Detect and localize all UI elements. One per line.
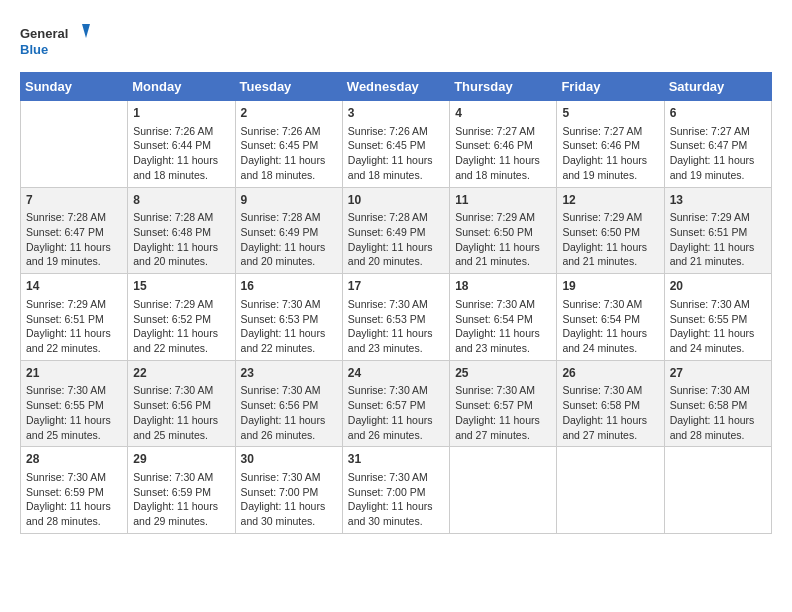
day-info: Sunrise: 7:27 AM [455,124,551,139]
column-header-monday: Monday [128,73,235,101]
day-number: 30 [241,451,337,468]
day-info: Sunrise: 7:30 AM [26,470,122,485]
calendar-cell: 30Sunrise: 7:30 AMSunset: 7:00 PMDayligh… [235,447,342,534]
day-info: Sunrise: 7:30 AM [241,470,337,485]
column-header-thursday: Thursday [450,73,557,101]
day-number: 18 [455,278,551,295]
day-info: Sunrise: 7:28 AM [348,210,444,225]
day-info: Sunrise: 7:28 AM [133,210,229,225]
calendar-header: SundayMondayTuesdayWednesdayThursdayFrid… [21,73,772,101]
day-number: 10 [348,192,444,209]
day-number: 2 [241,105,337,122]
day-info: Daylight: 11 hours and 22 minutes. [241,326,337,355]
day-info: Sunset: 6:58 PM [562,398,658,413]
day-number: 7 [26,192,122,209]
day-info: Daylight: 11 hours and 20 minutes. [241,240,337,269]
day-info: Sunrise: 7:30 AM [348,470,444,485]
day-number: 6 [670,105,766,122]
day-info: Sunrise: 7:29 AM [455,210,551,225]
day-number: 1 [133,105,229,122]
day-info: Daylight: 11 hours and 19 minutes. [26,240,122,269]
day-number: 4 [455,105,551,122]
day-info: Daylight: 11 hours and 22 minutes. [133,326,229,355]
day-info: Sunset: 6:49 PM [241,225,337,240]
day-info: Sunrise: 7:30 AM [455,383,551,398]
day-info: Sunrise: 7:29 AM [670,210,766,225]
day-info: Daylight: 11 hours and 21 minutes. [455,240,551,269]
day-info: Sunset: 6:49 PM [348,225,444,240]
svg-marker-2 [82,24,90,38]
day-number: 12 [562,192,658,209]
calendar-cell: 7Sunrise: 7:28 AMSunset: 6:47 PMDaylight… [21,187,128,274]
page-header: General Blue [20,20,772,62]
day-info: Sunrise: 7:30 AM [455,297,551,312]
day-info: Sunset: 6:47 PM [26,225,122,240]
calendar-body: 1Sunrise: 7:26 AMSunset: 6:44 PMDaylight… [21,101,772,534]
day-info: Sunrise: 7:30 AM [562,297,658,312]
day-number: 29 [133,451,229,468]
calendar-cell: 20Sunrise: 7:30 AMSunset: 6:55 PMDayligh… [664,274,771,361]
day-info: Sunset: 6:46 PM [455,138,551,153]
calendar-cell: 26Sunrise: 7:30 AMSunset: 6:58 PMDayligh… [557,360,664,447]
day-info: Sunrise: 7:28 AM [26,210,122,225]
day-info: Daylight: 11 hours and 28 minutes. [26,499,122,528]
day-info: Sunset: 6:59 PM [26,485,122,500]
day-info: Daylight: 11 hours and 18 minutes. [133,153,229,182]
week-row-5: 28Sunrise: 7:30 AMSunset: 6:59 PMDayligh… [21,447,772,534]
calendar-cell: 29Sunrise: 7:30 AMSunset: 6:59 PMDayligh… [128,447,235,534]
day-info: Daylight: 11 hours and 27 minutes. [455,413,551,442]
calendar-cell: 14Sunrise: 7:29 AMSunset: 6:51 PMDayligh… [21,274,128,361]
day-info: Daylight: 11 hours and 30 minutes. [241,499,337,528]
day-info: Sunrise: 7:26 AM [133,124,229,139]
day-number: 16 [241,278,337,295]
day-info: Sunset: 6:55 PM [670,312,766,327]
calendar-cell: 15Sunrise: 7:29 AMSunset: 6:52 PMDayligh… [128,274,235,361]
day-number: 9 [241,192,337,209]
calendar-cell: 2Sunrise: 7:26 AMSunset: 6:45 PMDaylight… [235,101,342,188]
calendar-cell: 17Sunrise: 7:30 AMSunset: 6:53 PMDayligh… [342,274,449,361]
calendar-cell: 10Sunrise: 7:28 AMSunset: 6:49 PMDayligh… [342,187,449,274]
day-info: Sunrise: 7:29 AM [562,210,658,225]
day-info: Daylight: 11 hours and 26 minutes. [348,413,444,442]
day-info: Sunset: 6:50 PM [562,225,658,240]
day-info: Sunset: 7:00 PM [241,485,337,500]
day-info: Sunset: 6:53 PM [241,312,337,327]
calendar-cell: 6Sunrise: 7:27 AMSunset: 6:47 PMDaylight… [664,101,771,188]
day-number: 15 [133,278,229,295]
week-row-1: 1Sunrise: 7:26 AMSunset: 6:44 PMDaylight… [21,101,772,188]
calendar-cell [450,447,557,534]
day-number: 11 [455,192,551,209]
header-row: SundayMondayTuesdayWednesdayThursdayFrid… [21,73,772,101]
day-info: Daylight: 11 hours and 23 minutes. [455,326,551,355]
calendar-cell: 27Sunrise: 7:30 AMSunset: 6:58 PMDayligh… [664,360,771,447]
svg-text:General: General [20,26,68,41]
day-info: Sunrise: 7:29 AM [26,297,122,312]
day-number: 19 [562,278,658,295]
day-info: Sunset: 6:53 PM [348,312,444,327]
column-header-wednesday: Wednesday [342,73,449,101]
week-row-2: 7Sunrise: 7:28 AMSunset: 6:47 PMDaylight… [21,187,772,274]
day-number: 17 [348,278,444,295]
day-info: Daylight: 11 hours and 18 minutes. [241,153,337,182]
day-number: 3 [348,105,444,122]
day-info: Daylight: 11 hours and 24 minutes. [670,326,766,355]
day-info: Sunset: 6:50 PM [455,225,551,240]
day-info: Daylight: 11 hours and 25 minutes. [26,413,122,442]
day-info: Sunset: 6:51 PM [26,312,122,327]
day-info: Sunset: 6:46 PM [562,138,658,153]
day-number: 25 [455,365,551,382]
day-info: Sunrise: 7:30 AM [26,383,122,398]
day-number: 8 [133,192,229,209]
day-info: Sunset: 6:55 PM [26,398,122,413]
day-info: Sunset: 6:52 PM [133,312,229,327]
day-number: 24 [348,365,444,382]
day-number: 13 [670,192,766,209]
calendar-cell: 23Sunrise: 7:30 AMSunset: 6:56 PMDayligh… [235,360,342,447]
day-number: 20 [670,278,766,295]
day-info: Sunset: 6:48 PM [133,225,229,240]
calendar-table: SundayMondayTuesdayWednesdayThursdayFrid… [20,72,772,534]
day-info: Sunrise: 7:30 AM [670,383,766,398]
column-header-friday: Friday [557,73,664,101]
day-number: 31 [348,451,444,468]
day-info: Daylight: 11 hours and 28 minutes. [670,413,766,442]
